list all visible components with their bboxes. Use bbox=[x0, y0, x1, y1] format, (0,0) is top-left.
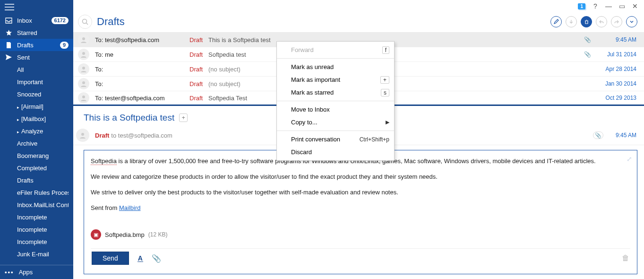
menu-item-forward: Forwardf bbox=[277, 44, 394, 56]
sidebar-item-incomplete[interactable]: Incomplete bbox=[0, 223, 73, 235]
sidebar-item-label: Starred bbox=[17, 29, 69, 36]
menu-item-move-to-inbox[interactable]: Move to Inbox bbox=[277, 103, 394, 116]
search-button[interactable] bbox=[78, 15, 92, 29]
menu-separator bbox=[277, 58, 394, 59]
menu-shortcut: s bbox=[381, 89, 389, 96]
sidebar-item-label: ▸Analyze bbox=[17, 128, 69, 135]
menu-label: Print conversation bbox=[291, 136, 360, 143]
discard-button[interactable]: 🗑 bbox=[622, 254, 629, 262]
sidebar-item-inbox[interactable]: Inbox6172 bbox=[0, 14, 73, 26]
sidebar-item-junk-e-mail[interactable]: Junk E-mail bbox=[0, 248, 73, 260]
sidebar-item-starred[interactable]: Starred bbox=[0, 26, 73, 39]
recipient: To: me bbox=[95, 51, 189, 58]
sidebar-item-label: ▸[Airmail] bbox=[17, 103, 69, 110]
notification-badge[interactable]: 1 bbox=[578, 3, 585, 9]
sidebar-item-drafts[interactable]: Drafts9 bbox=[0, 39, 73, 51]
sidebar-item-all[interactable]: All bbox=[0, 63, 73, 76]
sidebar-item-label: Snoozed bbox=[17, 91, 69, 98]
attachment-icon[interactable]: 📎 bbox=[593, 131, 603, 139]
date: Jan 30 2014 bbox=[594, 80, 636, 87]
delete-button[interactable] bbox=[581, 16, 592, 27]
preview-time: 9:45 AM bbox=[603, 132, 636, 139]
apps-button[interactable]: ••• Apps bbox=[0, 265, 73, 279]
avatar bbox=[78, 92, 89, 104]
mail-body[interactable]: ⤢ Softpedia is a library of over 1,500,0… bbox=[84, 150, 637, 274]
sidebar-item-label: All bbox=[17, 66, 69, 73]
sidebar-item-analyze[interactable]: ▸Analyze bbox=[0, 125, 73, 137]
svg-point-4 bbox=[82, 67, 85, 70]
menu-separator bbox=[277, 131, 394, 131]
sidebar-item-archive[interactable]: Archive bbox=[0, 137, 73, 149]
date: Jul 31 2014 bbox=[594, 51, 636, 58]
sidebar-item-sent[interactable]: Sent bbox=[0, 51, 73, 63]
menu-separator bbox=[277, 101, 394, 101]
sidebar-item--mailbox-[interactable]: ▸[Mailbox] bbox=[0, 113, 73, 125]
recipient: To: bbox=[95, 66, 189, 73]
sidebar-item-label: Junk E-mail bbox=[17, 251, 69, 258]
sidebar-item-label: Sent bbox=[17, 54, 69, 61]
sidebar-item-completed[interactable]: Completed bbox=[0, 162, 73, 174]
compose-button[interactable] bbox=[550, 16, 562, 27]
sidebar-item-incomplete[interactable]: Incomplete bbox=[0, 235, 73, 248]
star-icon bbox=[5, 29, 12, 36]
sidebar: Inbox6172StarredDrafts9SentAllImportantS… bbox=[0, 0, 73, 279]
attachment-row[interactable]: ▣ Softpedia.bmp (12 KB) bbox=[91, 229, 630, 240]
svg-point-5 bbox=[82, 81, 85, 84]
sidebar-item-label: Drafts bbox=[17, 177, 69, 184]
send-button[interactable]: Send bbox=[92, 252, 129, 265]
folder-title: Drafts bbox=[97, 16, 550, 28]
menu-label: Forward bbox=[291, 46, 382, 53]
draft-tag: Draft bbox=[189, 36, 208, 44]
menu-label: Discard bbox=[291, 148, 389, 156]
subject: (no subject) bbox=[208, 66, 594, 73]
sidebar-item-boomerang[interactable]: Boomerang bbox=[0, 149, 73, 162]
draft-tag: Draft bbox=[95, 132, 109, 139]
inbox-icon bbox=[5, 17, 12, 24]
sent-icon bbox=[5, 54, 12, 61]
svg-point-7 bbox=[81, 133, 84, 136]
sidebar-item-efiler-rules-process[interactable]: eFiler Rules Process bbox=[0, 186, 73, 199]
date: Oct 29 2013 bbox=[594, 95, 636, 101]
sidebar-item-important[interactable]: Important bbox=[0, 76, 73, 88]
body-lead: Softpedia bbox=[91, 157, 117, 165]
svg-point-3 bbox=[82, 52, 85, 55]
attachment-size: (12 KB) bbox=[148, 231, 168, 238]
attach-button[interactable]: 📎 bbox=[152, 254, 161, 263]
forward-button[interactable] bbox=[611, 16, 622, 27]
reply-button[interactable] bbox=[596, 16, 607, 27]
sidebar-item-label: Important bbox=[17, 78, 69, 86]
help-button[interactable]: ? bbox=[592, 2, 599, 10]
popout-icon[interactable]: ⤢ bbox=[627, 155, 632, 163]
close-button[interactable]: ✕ bbox=[632, 2, 638, 10]
sidebar-item-incomplete[interactable]: Incomplete bbox=[0, 211, 73, 223]
folder-header: Drafts bbox=[73, 11, 644, 32]
menu-item-copy-to-[interactable]: Copy to...▶ bbox=[277, 116, 394, 129]
expand-conversation-button[interactable]: + bbox=[179, 113, 188, 122]
minimize-button[interactable]: — bbox=[605, 2, 612, 10]
sidebar-item-snoozed[interactable]: Snoozed bbox=[0, 88, 73, 100]
sidebar-item-label: Incomplete bbox=[17, 226, 69, 233]
sidebar-item-label: eFiler Rules Process bbox=[17, 189, 69, 196]
menu-item-mark-as-important[interactable]: Mark as important+ bbox=[277, 73, 394, 86]
menu-item-discard[interactable]: Discard bbox=[277, 146, 394, 158]
draft-tag: Draft bbox=[189, 51, 208, 58]
svg-line-1 bbox=[86, 23, 88, 25]
sidebar-item-inbox-maillist-cont[interactable]: Inbox.MailList Cont bbox=[0, 199, 73, 211]
avatar bbox=[78, 34, 89, 45]
count-badge: 6172 bbox=[52, 17, 69, 24]
menu-button[interactable] bbox=[0, 0, 73, 14]
menu-item-mark-as-unread[interactable]: Mark as unread bbox=[277, 61, 394, 73]
sidebar-item-label: Boomerang bbox=[17, 152, 69, 159]
mailbird-link[interactable]: Mailbird bbox=[119, 204, 141, 211]
sidebar-item--airmail-[interactable]: ▸[Airmail] bbox=[0, 100, 73, 113]
menu-item-print-conversation[interactable]: Print conversationCtrl+Shift+p bbox=[277, 133, 394, 146]
format-button[interactable]: A bbox=[137, 255, 143, 262]
menu-item-mark-as-starred[interactable]: Mark as starreds bbox=[277, 86, 394, 99]
more-button[interactable] bbox=[626, 16, 637, 27]
svg-point-6 bbox=[82, 96, 85, 98]
sidebar-item-drafts[interactable]: Drafts bbox=[0, 174, 73, 186]
recipient: To: bbox=[95, 80, 189, 87]
sidebar-item-label: Incomplete bbox=[17, 238, 69, 245]
maximize-button[interactable]: ▭ bbox=[618, 2, 625, 10]
download-button[interactable] bbox=[566, 16, 577, 27]
